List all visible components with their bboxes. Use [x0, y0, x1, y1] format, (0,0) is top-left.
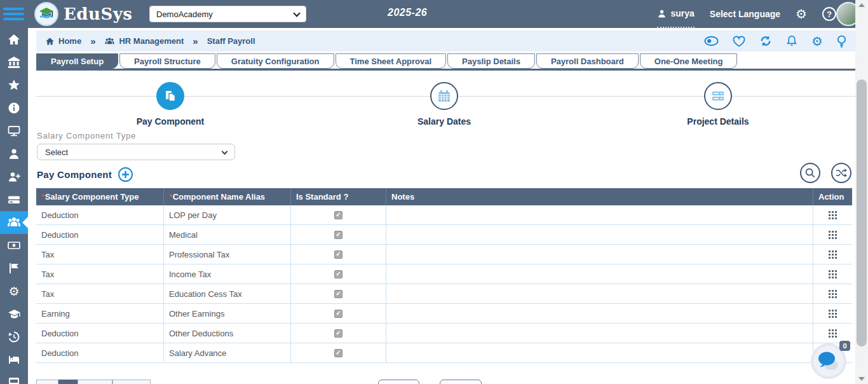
settings-gear-icon[interactable]: ⚙	[811, 35, 823, 48]
drag-grid-icon[interactable]	[829, 310, 837, 318]
drag-grid-icon[interactable]	[829, 211, 837, 219]
refresh-icon[interactable]	[759, 35, 772, 47]
cell-action	[813, 324, 852, 343]
card-icon	[8, 193, 20, 206]
sidebar-item-flag[interactable]	[0, 257, 28, 280]
col-salary-component-type[interactable]: *Salary Component Type	[36, 188, 164, 205]
cell-type: Tax	[36, 284, 164, 303]
tab-payroll-dashboard[interactable]: Payroll Dashboard	[536, 53, 639, 69]
tab-payslip-details[interactable]: Payslip Details	[447, 53, 535, 69]
shuffle-icon	[836, 168, 847, 178]
drag-grid-icon[interactable]	[829, 231, 837, 239]
breadcrumb-separator: »	[90, 36, 95, 46]
table-row: DeductionOther Deductions✓	[36, 324, 852, 343]
cell-is-standard: ✓	[291, 343, 386, 362]
sidebar-item-academics[interactable]	[0, 303, 28, 326]
component-type-select[interactable]: Select	[37, 144, 235, 160]
col-is-standard[interactable]: Is Standard ?	[291, 188, 386, 205]
sidebar-item-info[interactable]	[0, 97, 28, 120]
chat-widget[interactable]: 0	[811, 341, 850, 380]
standard-checkbox[interactable]: ✓	[334, 270, 342, 278]
col-action[interactable]: Action	[813, 188, 852, 205]
chevron-down-icon	[293, 10, 300, 17]
chat-bubble-icon	[817, 351, 840, 371]
pagination[interactable]	[36, 380, 151, 384]
add-pay-component-button[interactable]	[118, 167, 133, 182]
standard-checkbox[interactable]: ✓	[334, 329, 342, 338]
bus-icon	[8, 376, 20, 384]
sidebar-item-finance[interactable]	[0, 234, 28, 257]
users-group-icon	[7, 216, 21, 229]
calendar-icon	[437, 88, 452, 104]
sidebar-item-monitor[interactable]	[0, 120, 28, 142]
sidebar-item-hostel[interactable]	[0, 348, 28, 371]
tab-gratuity-configuration[interactable]: Gratuity Configuration	[217, 53, 334, 69]
menu-hamburger-icon[interactable]	[3, 8, 24, 23]
sidebar-item-card[interactable]	[0, 188, 28, 211]
vertical-scrollbar[interactable]	[855, 0, 868, 384]
tab-payroll-structure[interactable]: Payroll Structure	[119, 53, 215, 69]
step-salary-dates-button[interactable]	[430, 82, 458, 110]
cell-is-standard: ✓	[291, 225, 386, 244]
standard-checkbox[interactable]: ✓	[334, 231, 342, 239]
step-pay-component-button[interactable]	[156, 82, 184, 110]
drag-grid-icon[interactable]	[829, 290, 837, 298]
breadcrumb-hr-management[interactable]: HR Management	[104, 36, 184, 46]
scroll-thumb[interactable]	[857, 79, 867, 346]
shuffle-button[interactable]	[831, 163, 851, 183]
cell-action	[813, 205, 852, 224]
section-title: Pay Component	[37, 169, 112, 180]
col-component-name-alias[interactable]: *Component Name Alias	[164, 188, 291, 205]
cell-is-standard: ✓	[291, 245, 386, 264]
standard-checkbox[interactable]: ✓	[334, 310, 342, 318]
select-language-link[interactable]: Select Language	[710, 9, 780, 19]
standard-checkbox[interactable]: ✓	[334, 290, 342, 298]
app-logo[interactable]: EduSys	[34, 2, 132, 26]
toggle-icon[interactable]	[704, 36, 719, 46]
sidebar-item-student[interactable]	[0, 142, 28, 165]
document-copy-icon	[163, 89, 177, 103]
scroll-up-arrow[interactable]	[858, 3, 865, 7]
tab-one-one-meeting[interactable]: One-One Meeting	[640, 53, 738, 69]
cell-alias: Other Earnings	[164, 304, 291, 323]
sidebar-item-history[interactable]	[0, 326, 28, 348]
drag-grid-icon[interactable]	[829, 250, 837, 259]
save-button[interactable]	[378, 380, 419, 384]
col-notes[interactable]: Notes	[386, 188, 813, 205]
sidebar-item-institution[interactable]	[0, 51, 28, 74]
settings-gear-icon[interactable]: ⚙	[796, 8, 807, 20]
user-menu[interactable]: surya	[657, 0, 694, 28]
cancel-button[interactable]	[440, 380, 482, 384]
sidebar-item-star[interactable]	[0, 74, 28, 97]
main-content: Home » HR Management » Staff Payroll	[28, 28, 868, 384]
tab-time-sheet-approval[interactable]: Time Sheet Approval	[336, 53, 447, 69]
academy-select[interactable]: DemoAcademy	[149, 6, 306, 22]
breadcrumb-home[interactable]: Home	[45, 36, 81, 46]
cell-notes	[386, 304, 813, 323]
sidebar-item-settings[interactable]: ⚙	[0, 280, 28, 303]
step-project-details-button[interactable]	[704, 82, 732, 110]
scroll-down-arrow[interactable]	[858, 377, 865, 381]
sidebar-item-hr[interactable]	[0, 211, 28, 234]
drag-grid-icon[interactable]	[829, 270, 837, 278]
search-button[interactable]	[800, 163, 820, 183]
cell-type: Deduction	[36, 324, 164, 343]
cell-alias: Salary Advance	[164, 343, 291, 362]
standard-checkbox[interactable]: ✓	[334, 349, 342, 357]
home-icon	[8, 33, 20, 46]
help-icon[interactable]: ?	[822, 7, 836, 21]
tab-payroll-setup[interactable]: Payroll Setup	[36, 53, 118, 69]
notifications-bell-icon[interactable]	[786, 35, 797, 47]
institution-icon	[8, 56, 20, 69]
standard-checkbox[interactable]: ✓	[334, 250, 342, 259]
drag-grid-icon[interactable]	[829, 329, 837, 338]
sidebar-item-admission[interactable]	[0, 165, 28, 188]
cell-notes	[386, 264, 813, 284]
sidebar-item-home[interactable]	[0, 28, 28, 51]
tab-underline	[36, 69, 868, 71]
favorites-heart-icon[interactable]	[733, 36, 745, 47]
component-type-select-value: Select	[45, 147, 68, 157]
tips-lightbulb-icon[interactable]	[837, 35, 846, 48]
standard-checkbox[interactable]: ✓	[334, 211, 342, 219]
sidebar-item-transport[interactable]	[0, 371, 28, 384]
